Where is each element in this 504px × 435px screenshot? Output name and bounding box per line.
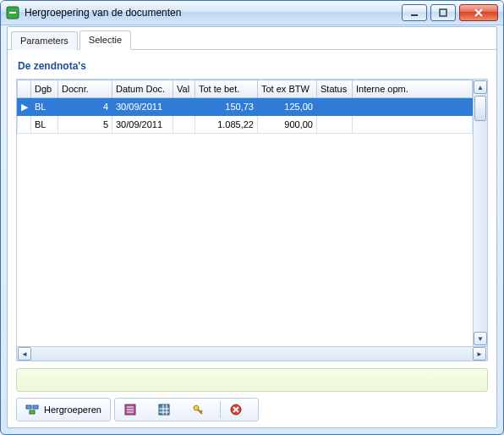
close-button[interactable]: [459, 4, 498, 21]
table-row[interactable]: ▶ BL 4 30/09/2011 150,73 125,00: [18, 98, 473, 116]
cell-status: [317, 98, 353, 116]
cell-dgb: BL: [31, 98, 58, 116]
cell-val: [173, 98, 195, 116]
regroup-label: Hergroeperen: [44, 405, 101, 415]
cell-totex: 125,00: [258, 98, 317, 116]
svg-rect-13: [159, 405, 169, 415]
current-row-icon: ▶: [21, 102, 28, 113]
minimize-button[interactable]: [402, 4, 427, 21]
grid-container: Dgb Docnr. Datum Doc. Val Tot te bet. To…: [16, 79, 488, 347]
col-val[interactable]: Val: [173, 80, 195, 98]
horizontal-scrollbar[interactable]: ◄ ►: [16, 347, 488, 361]
toolbar-separator: [220, 401, 221, 418]
svg-rect-8: [30, 410, 35, 414]
scroll-thumb[interactable]: [474, 96, 486, 121]
scroll-up-icon[interactable]: ▲: [474, 80, 487, 94]
grid-empty-area: [17, 134, 473, 346]
titlebar: Hergroepering van de documenten: [1, 1, 503, 25]
cell-totbet: 1.085,22: [195, 116, 258, 134]
col-indicator[interactable]: [18, 80, 31, 98]
window: Hergroepering van de documenten Paramete…: [0, 0, 504, 435]
toolbar-group-main: Hergroeperen: [16, 398, 111, 421]
col-totex[interactable]: Tot ex BTW: [258, 80, 317, 98]
tab-parameters[interactable]: Parameters: [11, 31, 78, 50]
cell-opm: [353, 116, 473, 134]
regroup-icon: [25, 403, 39, 416]
cell-val: [173, 116, 195, 134]
toolbar-group-tools: [114, 398, 259, 421]
svg-rect-7: [33, 405, 38, 409]
data-grid[interactable]: Dgb Docnr. Datum Doc. Val Tot te bet. To…: [17, 80, 473, 346]
regroup-button[interactable]: Hergroeperen: [19, 399, 107, 420]
svg-rect-6: [26, 405, 31, 409]
svg-rect-1: [9, 12, 16, 14]
table-row[interactable]: BL 5 30/09/2011 1.085,22 900,00: [18, 116, 473, 134]
col-dgb[interactable]: Dgb: [31, 80, 58, 98]
grid-button[interactable]: [151, 399, 184, 420]
tab-selectie[interactable]: Selectie: [79, 30, 131, 50]
cell-totex: 900,00: [258, 116, 317, 134]
tab-content: De zendnota's Dgb Docnr. Datum Doc.: [8, 50, 496, 427]
cancel-icon: [229, 403, 243, 416]
cell-datum: 30/09/2011: [112, 98, 173, 116]
scroll-down-icon[interactable]: ▼: [474, 332, 487, 345]
col-totbet[interactable]: Tot te bet.: [195, 80, 258, 98]
vertical-scrollbar[interactable]: ▲ ▼: [473, 80, 487, 346]
list-button[interactable]: [118, 399, 150, 420]
scroll-right-icon[interactable]: ►: [473, 347, 486, 361]
cancel-button[interactable]: [223, 399, 255, 420]
col-docnr[interactable]: Docnr.: [58, 80, 112, 98]
maximize-button[interactable]: [430, 4, 456, 21]
info-button[interactable]: [185, 399, 217, 420]
svg-line-20: [200, 410, 202, 412]
cell-status: [317, 116, 353, 134]
row-indicator: ▶: [18, 98, 31, 116]
scroll-left-icon[interactable]: ◄: [18, 347, 31, 361]
cell-opm: [353, 98, 473, 116]
col-datum[interactable]: Datum Doc.: [112, 80, 173, 98]
status-box: [16, 368, 488, 392]
grid-icon: [157, 403, 171, 416]
row-indicator: [18, 116, 31, 134]
cell-docnr: 4: [58, 98, 112, 116]
window-controls: [402, 4, 498, 21]
tab-strip: Parameters Selectie: [8, 27, 496, 50]
window-title: Hergroepering van de documenten: [25, 7, 402, 19]
list-icon: [123, 403, 137, 416]
app-icon: [6, 6, 19, 19]
col-status[interactable]: Status: [317, 80, 353, 98]
svg-rect-3: [440, 9, 446, 16]
cell-docnr: 5: [58, 116, 112, 134]
cell-datum: 30/09/2011: [112, 116, 173, 134]
col-opm[interactable]: Interne opm.: [353, 80, 473, 98]
client-area: Parameters Selectie De zendnota's Dgb: [7, 26, 497, 428]
key-icon: [191, 403, 205, 416]
section-title: De zendnota's: [18, 60, 486, 72]
svg-rect-2: [411, 14, 418, 16]
bottom-toolbar: Hergroeperen: [16, 397, 488, 422]
cell-totbet: 150,73: [195, 98, 258, 116]
cell-dgb: BL: [31, 116, 58, 134]
column-header-row: Dgb Docnr. Datum Doc. Val Tot te bet. To…: [18, 80, 473, 98]
